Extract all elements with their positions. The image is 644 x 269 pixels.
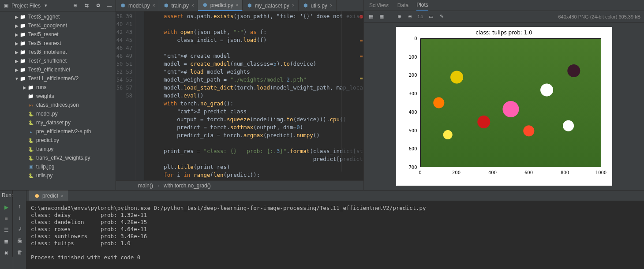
folder-icon — [19, 76, 26, 82]
wrap-icon[interactable]: ↲ — [16, 226, 23, 233]
figure-title: class: tulips prob: 1.0 — [396, 30, 612, 36]
tree-file[interactable]: class_indices.json — [0, 101, 116, 109]
print-icon[interactable]: 🖶 — [16, 237, 23, 244]
tree-folder[interactable]: ▶Test5_resnet — [0, 30, 116, 39]
down-icon[interactable]: ↓ — [16, 214, 23, 221]
pin-icon[interactable]: ✖ — [3, 250, 10, 257]
tree-file[interactable]: my_dataset.py — [0, 118, 116, 127]
editor-tab[interactable]: ⬢utils.py× — [299, 0, 337, 11]
folder-icon — [19, 23, 26, 29]
close-icon[interactable]: × — [61, 194, 64, 198]
fit-icon[interactable]: ▭ — [427, 13, 434, 20]
thumb-grid-icon[interactable]: ▦ — [378, 13, 385, 20]
folder-icon — [19, 41, 26, 46]
pth-icon — [27, 129, 34, 134]
python-icon: ⬢ — [120, 2, 127, 9]
tree-folder[interactable]: ▶Test4_googlenet — [0, 21, 116, 30]
editor-tab[interactable]: ⬢train.py× — [159, 0, 198, 11]
tree-folder[interactable]: weights — [0, 92, 116, 101]
editor-tab[interactable]: ⬢predict.py× — [198, 0, 243, 11]
image-info: 640x480 PNG (24-bit color) 605.39 kB — [558, 14, 641, 19]
ytick: 0 — [404, 36, 417, 41]
tree-folder[interactable]: ▶Test5_resnext — [0, 39, 116, 48]
breadcrumb-item[interactable]: with torch.no_grad() — [164, 183, 211, 189]
project-panel: ▣ Project Files ▾ ⊕ ⇆ ✿ — ▶Test3_vggnet▶… — [0, 0, 116, 190]
minimap[interactable] — [341, 11, 363, 172]
close-icon[interactable]: × — [191, 3, 194, 8]
fold-gutter[interactable] — [135, 11, 144, 180]
tree-folder[interactable]: ▶Test7_shufflenet — [0, 56, 116, 65]
run-tabs: ⬢ predict × — [26, 191, 644, 201]
plot-area[interactable]: class: tulips prob: 1.0 0100200300400500… — [364, 22, 644, 190]
sciview-tab-data[interactable]: Data — [397, 0, 408, 10]
sciview-tab-plots[interactable]: Plots — [416, 0, 428, 11]
run-icon[interactable]: ▶ — [3, 204, 10, 211]
tree-folder[interactable]: ▼Test11_efficientnetV2 — [0, 74, 116, 83]
thumb-single-icon[interactable]: ▦ — [367, 13, 374, 20]
zoom-in-icon[interactable]: ⊕ — [396, 13, 403, 20]
project-dropdown[interactable]: ▣ Project Files ▾ — [3, 2, 70, 9]
trash-icon[interactable]: 🗑 — [16, 249, 23, 256]
tree-folder[interactable]: ▶Test6_mobilenet — [0, 48, 116, 56]
tree-file[interactable]: model.py — [0, 109, 116, 118]
sciview-panel: SciView: Data Plots ▦ ▦ ⊕ ⊖ 1:1 ▭ ✎ 640x… — [364, 0, 644, 190]
editor-tab[interactable]: ⬢model.py× — [116, 0, 159, 11]
stop-icon[interactable]: ■ — [3, 215, 10, 222]
zoom-out-icon[interactable]: ⊖ — [406, 13, 413, 20]
expand-icon[interactable]: ⇆ — [83, 2, 90, 9]
folder-icon — [19, 67, 26, 73]
ytick: 500 — [404, 128, 417, 133]
json-icon — [27, 103, 34, 107]
ytick: 200 — [404, 73, 417, 78]
tree-file[interactable]: train.py — [0, 145, 116, 153]
tree-file[interactable]: pre_efficientnetv2-s.pth — [0, 127, 116, 136]
run-panel: Run: ▶ ■ ☰ ≣ ✖ ↑ ↓ ↲ 🖶 🗑 ⬢ predict × C:\… — [0, 190, 644, 269]
layout-icon[interactable]: ☰ — [3, 227, 10, 234]
ytick: 300 — [404, 91, 417, 96]
tree-file[interactable]: utils.py — [0, 171, 116, 180]
editor-tab[interactable]: ⬢my_dataset.py× — [243, 0, 299, 11]
tree-file[interactable]: tulip.jpg — [0, 162, 116, 171]
project-header: ▣ Project Files ▾ ⊕ ⇆ ✿ — — [0, 0, 116, 11]
close-icon[interactable]: × — [236, 3, 239, 7]
code-area[interactable]: assert os.path.exists(json_path), "file:… — [144, 11, 363, 180]
close-icon[interactable]: × — [292, 3, 295, 8]
folder-icon — [19, 49, 26, 55]
gear-icon[interactable]: ✿ — [94, 2, 101, 9]
tree-folder[interactable]: ▶Test9_efficientNet — [0, 65, 116, 74]
close-icon[interactable]: × — [153, 3, 155, 8]
tree-folder[interactable]: ▶runs — [0, 83, 116, 92]
folder-icon — [27, 85, 34, 90]
sciview-label: SciView: — [369, 2, 389, 8]
py-icon — [27, 147, 34, 152]
ytick: 400 — [404, 109, 417, 114]
xtick: 800 — [561, 170, 569, 175]
folder-icon — [19, 58, 26, 64]
actual-size-icon[interactable]: 1:1 — [417, 13, 424, 20]
xtick: 600 — [524, 170, 533, 175]
sciview-header: SciView: Data Plots — [364, 0, 644, 11]
up-icon[interactable]: ↑ — [16, 203, 23, 210]
editor-panel: ⬢model.py×⬢train.py×⬢predict.py×⬢my_data… — [116, 0, 364, 190]
tree-folder[interactable]: ▶Test3_vggnet — [0, 12, 116, 21]
python-icon: ⬢ — [163, 2, 170, 9]
tree-file[interactable]: predict.py — [0, 136, 116, 145]
color-picker-icon[interactable]: ✎ — [438, 13, 445, 20]
py-icon — [27, 138, 34, 143]
console-output[interactable]: C:\anaconda3\envs\pytorch\python.exe D:/… — [26, 201, 644, 269]
target-icon[interactable]: ⊕ — [71, 2, 79, 9]
project-tree[interactable]: ▶Test3_vggnet▶Test4_googlenet▶Test5_resn… — [0, 11, 116, 190]
debug-layout-icon[interactable]: ≣ — [3, 238, 10, 245]
close-icon[interactable]: × — [330, 3, 333, 8]
python-icon: ⬢ — [202, 2, 209, 9]
axes-image — [420, 38, 601, 167]
py-icon — [27, 173, 34, 178]
project-icon: ▣ — [3, 2, 10, 9]
breadcrumb-item[interactable]: main() — [138, 183, 153, 189]
folder-icon — [19, 14, 26, 20]
breadcrumb[interactable]: main() › with torch.no_grad() — [116, 180, 363, 190]
minimize-icon[interactable]: — — [106, 2, 113, 9]
tree-file[interactable]: trans_effv2_weights.py — [0, 153, 116, 162]
editor-tabs: ⬢model.py×⬢train.py×⬢predict.py×⬢my_data… — [116, 0, 363, 11]
run-tab-predict[interactable]: ⬢ predict × — [29, 191, 68, 201]
